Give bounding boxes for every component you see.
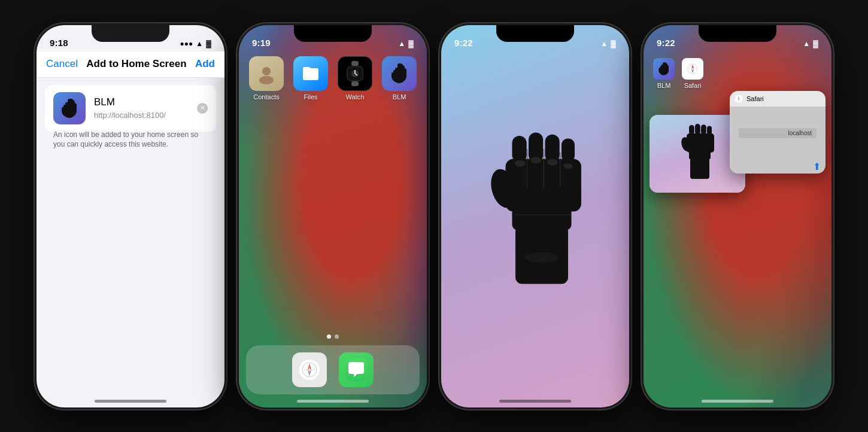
clear-button[interactable]: ✕ (197, 103, 208, 114)
app-grid: Contacts Files (247, 56, 418, 101)
svg-rect-42 (701, 124, 706, 135)
blm-fist-large (469, 125, 601, 307)
status-time-1: 9:18 (50, 38, 68, 48)
dot-2 (335, 334, 339, 339)
svg-rect-40 (689, 125, 694, 135)
blm-app-icon (53, 92, 86, 124)
svg-point-48 (735, 95, 742, 102)
svg-rect-21 (545, 135, 560, 162)
wifi-icon-2: ▲ (398, 39, 405, 48)
wifi-icon: ▲ (196, 39, 203, 48)
contacts-icon (249, 56, 284, 91)
recent-blm-icon (653, 58, 675, 80)
svg-point-35 (526, 252, 559, 263)
home-indicator-2 (297, 400, 369, 403)
svg-rect-5 (351, 81, 359, 86)
svg-point-28 (530, 157, 541, 163)
switcher-card-safari[interactable]: Safari localhost ⬆ (730, 91, 825, 174)
svg-rect-22 (562, 138, 575, 162)
svg-rect-41 (695, 124, 700, 135)
svg-rect-4 (351, 61, 359, 66)
blm-app-label: BLM (393, 93, 406, 101)
recent-apps-row: BLM Safari (644, 58, 831, 89)
safari-title-icon (735, 95, 743, 103)
status-icons-2: ▲ ▓ (398, 39, 414, 48)
add-url: http://localhost:8100/ (94, 111, 189, 120)
add-description: An icon will be added to your home scree… (53, 130, 208, 150)
battery-icon-4: ▓ (813, 39, 818, 48)
svg-point-1 (259, 76, 274, 84)
phone-4: 9:22 ▲ ▓ BLM (642, 23, 833, 409)
safari-card-footer: ⬆ (730, 160, 825, 174)
notch-2 (294, 25, 372, 42)
battery-icon-2: ▓ (408, 39, 414, 48)
page-dots (327, 334, 339, 339)
recent-safari-item[interactable]: Safari (682, 58, 703, 89)
add-to-home-card: BLM http://localhost:8100/ ✕ (45, 85, 216, 132)
signal-icon: ●●● (180, 39, 193, 48)
app-cell-files[interactable]: Files (292, 56, 330, 101)
blm-icon (382, 56, 417, 91)
app-cell-watch[interactable]: Watch (336, 56, 374, 101)
contacts-label: Contacts (253, 93, 279, 101)
notch-3 (496, 25, 574, 42)
svg-rect-19 (512, 136, 527, 162)
recent-safari-icon (682, 58, 703, 80)
status-icons-3: ▲ ▓ (600, 39, 616, 48)
watch-icon (338, 56, 372, 91)
app-cell-blm[interactable]: BLM (380, 56, 418, 101)
safari-dock-icon[interactable] (292, 352, 327, 387)
recent-blm-label: BLM (657, 82, 671, 89)
svg-rect-43 (707, 126, 712, 134)
phone-2: 9:19 ▲ ▓ Contacts (237, 23, 429, 409)
svg-point-36 (685, 61, 700, 76)
messages-dock-icon[interactable] (339, 352, 374, 387)
add-button[interactable]: Add (195, 58, 215, 70)
status-time-4: 9:22 (657, 38, 675, 48)
home-indicator-3 (499, 400, 571, 403)
status-time-2: 9:19 (252, 38, 271, 48)
files-icon (293, 56, 328, 91)
recent-safari-label: Safari (684, 82, 702, 89)
app-switcher: BLM Safari (644, 25, 831, 407)
svg-rect-44 (687, 133, 714, 153)
home-indicator-4 (702, 400, 773, 403)
dot-1 (327, 334, 331, 339)
recent-blm-item[interactable]: BLM (653, 58, 675, 89)
status-icons-1: ●●● ▲ ▓ (180, 39, 211, 48)
safari-card-body: localhost (730, 107, 825, 160)
cancel-button[interactable]: Cancel (46, 58, 78, 70)
phone1-background (37, 25, 224, 407)
add-app-name: BLM (94, 96, 189, 108)
dock (246, 345, 420, 394)
safari-titlebar: Safari (730, 91, 825, 107)
svg-point-0 (262, 67, 271, 75)
safari-card-title-text: Safari (746, 95, 764, 102)
status-time-3: 9:22 (454, 38, 473, 48)
notch-1 (92, 25, 169, 42)
wifi-icon-4: ▲ (803, 39, 810, 48)
safari-url-bar: localhost (739, 128, 817, 138)
add-card-text: BLM http://localhost:8100/ (94, 96, 189, 120)
notch-4 (699, 25, 776, 42)
phone-3: 9:22 ▲ ▓ (439, 23, 631, 409)
phone-1: 9:18 ●●● ▲ ▓ Cancel Add to Home Screen A… (35, 23, 226, 409)
svg-point-27 (515, 160, 526, 167)
svg-rect-47 (690, 157, 709, 179)
svg-point-30 (563, 163, 572, 169)
app-cell-contacts[interactable]: Contacts (247, 56, 286, 101)
nav-bar-1: Cancel Add to Home Screen Add (37, 51, 224, 78)
svg-point-29 (547, 159, 558, 166)
battery-icon: ▓ (206, 39, 211, 48)
files-label: Files (304, 93, 317, 101)
share-icon: ⬆ (813, 161, 821, 172)
svg-rect-3 (303, 67, 311, 71)
battery-icon-3: ▓ (611, 39, 616, 48)
watch-label: Watch (346, 93, 365, 101)
wifi-icon-3: ▲ (600, 39, 608, 48)
nav-title-1: Add to Home Screen (86, 58, 186, 70)
status-icons-4: ▲ ▓ (803, 39, 818, 48)
home-indicator-1 (95, 400, 166, 403)
